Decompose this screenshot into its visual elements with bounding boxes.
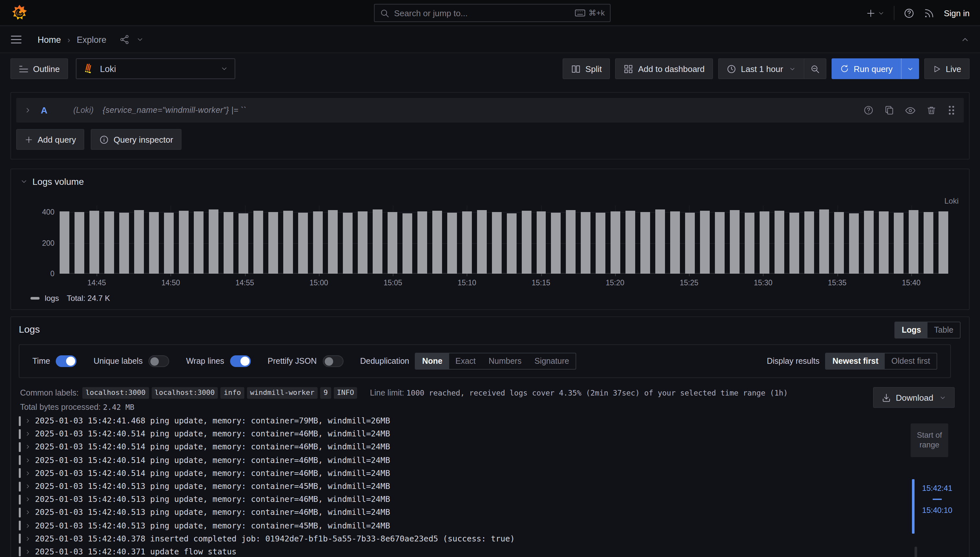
log-row[interactable]: 2025-01-03 15:42:40.371 update flow stat… [19, 545, 913, 557]
log-level-indicator [19, 442, 21, 452]
display-results-radio-group: Newest firstOldest first [826, 353, 937, 370]
log-row[interactable]: 2025-01-03 15:42:40.513 ping update, mem… [19, 506, 913, 519]
remove-query-trash-icon[interactable] [926, 105, 936, 116]
help-button[interactable] [904, 7, 915, 18]
timeline-range-bar [912, 479, 915, 534]
y-tick-label: 400 [42, 208, 54, 216]
log-row[interactable]: 2025-01-03 15:42:40.514 ping update, mem… [19, 441, 913, 454]
display-option-oldest-first[interactable]: Oldest first [885, 353, 937, 369]
mega-menu-button[interactable] [10, 35, 22, 44]
line-limit-label: Line limit: [370, 388, 404, 397]
query-ref-id[interactable]: A [41, 105, 47, 116]
log-row[interactable]: 2025-01-03 15:42:40.378 inserted complet… [19, 532, 913, 545]
chevron-down-icon [939, 394, 946, 401]
common-label-badge: INFO [333, 387, 357, 399]
timeline-oldest-time: 15:40:10 [918, 506, 956, 515]
dedup-option-numbers[interactable]: Numbers [482, 353, 528, 369]
duplicate-query-icon[interactable] [884, 105, 894, 116]
expand-row-chevron-icon[interactable] [24, 549, 31, 555]
volume-bar [939, 211, 948, 274]
view-option-logs[interactable]: Logs [895, 322, 928, 338]
toggle-switch[interactable] [56, 355, 77, 367]
display-option-newest-first[interactable]: Newest first [826, 353, 885, 369]
expand-row-chevron-icon[interactable] [24, 418, 31, 424]
disable-query-eye-icon[interactable] [905, 105, 916, 116]
logs-volume-header[interactable]: Logs volume [20, 176, 84, 187]
x-tick-mark [837, 274, 838, 276]
legend-series-name[interactable]: logs [45, 294, 59, 303]
dedup-option-signature[interactable]: Signature [528, 353, 575, 369]
volume-bar [149, 212, 159, 274]
expand-row-chevron-icon[interactable] [24, 496, 31, 503]
expand-row-chevron-icon[interactable] [24, 522, 31, 529]
chevron-right-icon[interactable] [24, 106, 32, 114]
x-tick-mark [467, 274, 468, 276]
expand-row-chevron-icon[interactable] [24, 431, 31, 437]
log-row[interactable]: 2025-01-03 15:42:41.468 ping update, mem… [19, 414, 913, 427]
expand-row-chevron-icon[interactable] [24, 509, 31, 516]
expand-row-chevron-icon[interactable] [24, 483, 31, 490]
download-button[interactable]: Download [873, 387, 955, 408]
breadcrumb-explore[interactable]: Explore [77, 35, 107, 44]
loki-logo-icon [83, 63, 94, 75]
timeline-scrollbar[interactable] [915, 547, 917, 557]
log-rows-list: 2025-01-03 15:42:41.468 ping update, mem… [19, 414, 913, 557]
query-help-icon[interactable] [863, 105, 874, 116]
drag-handle-icon[interactable] [947, 105, 956, 116]
new-menu-button[interactable] [866, 8, 885, 18]
global-search[interactable]: ⌘+k [374, 4, 611, 22]
log-row[interactable]: 2025-01-03 15:42:40.514 ping update, mem… [19, 427, 913, 440]
view-option-table[interactable]: Table [928, 322, 960, 338]
news-button[interactable] [924, 7, 935, 18]
live-button[interactable]: Live [924, 59, 970, 79]
share-shortlink-button[interactable] [119, 34, 130, 45]
volume-bar [313, 212, 322, 274]
expand-row-chevron-icon[interactable] [24, 470, 31, 477]
run-query-options-button[interactable] [901, 59, 919, 79]
log-row[interactable]: 2025-01-03 15:42:40.514 ping update, mem… [19, 467, 913, 480]
log-level-indicator [19, 455, 21, 465]
datasource-picker[interactable]: Loki [76, 59, 235, 79]
volume-bar [209, 209, 218, 274]
add-query-button[interactable]: Add query [16, 129, 85, 150]
log-line-text: 2025-01-03 15:42:41.468 ping update, mem… [35, 416, 390, 425]
toggle-switch[interactable] [322, 355, 343, 367]
search-input[interactable] [394, 8, 570, 18]
breadcrumb-home[interactable]: Home [37, 35, 61, 44]
logs-volume-chart[interactable]: 0200400 14:4514:5014:5515:0015:0515:1015… [60, 205, 948, 274]
total-bytes-value: 2.42 MB [103, 403, 135, 412]
logs-navigation-timeline[interactable]: 15:42:41 15:40:10 [912, 479, 957, 534]
log-line-text: 2025-01-03 15:42:40.514 ping update, mem… [35, 456, 390, 464]
toggle-switch[interactable] [230, 355, 251, 367]
log-row[interactable]: 2025-01-03 15:42:40.514 ping update, mem… [19, 454, 913, 467]
log-row[interactable]: 2025-01-03 15:42:40.513 ping update, mem… [19, 493, 913, 506]
log-level-indicator [19, 416, 21, 426]
dedup-option-none[interactable]: None [416, 353, 449, 369]
run-query-button[interactable]: Run query [832, 59, 901, 79]
toggle-switch[interactable] [148, 355, 169, 367]
expand-row-chevron-icon[interactable] [24, 457, 31, 463]
add-to-dashboard-button[interactable]: Add to dashboard [616, 59, 713, 79]
common-label-badge: windmill-worker [247, 387, 318, 399]
sign-in-button[interactable]: Sign in [944, 8, 970, 18]
dedup-option-exact[interactable]: Exact [449, 353, 482, 369]
query-inspector-button[interactable]: Query inspector [91, 129, 182, 150]
volume-bar [879, 212, 889, 274]
outline-button[interactable]: Outline [10, 59, 68, 79]
volume-bar [194, 212, 203, 274]
log-row[interactable]: 2025-01-03 15:42:40.513 ping update, mem… [19, 480, 913, 493]
dedup-control: Deduplication NoneExactNumbersSignature [360, 353, 576, 370]
share-options-button[interactable] [136, 36, 144, 44]
grafana-logo-icon[interactable] [10, 3, 29, 22]
expand-row-chevron-icon[interactable] [24, 536, 31, 542]
time-range-picker[interactable]: Last 1 hour [718, 59, 804, 79]
logs-meta-row-2: Total bytes processed: 2.42 MB [20, 400, 872, 414]
log-line-text: 2025-01-03 15:42:40.371 update flow stat… [35, 547, 237, 556]
query-expression[interactable]: {service_name="windmill-worker"} |= `` [103, 106, 247, 115]
log-row[interactable]: 2025-01-03 15:42:40.513 ping update, mem… [19, 519, 913, 532]
collapse-controls-button[interactable] [960, 35, 970, 44]
zoom-out-time-button[interactable] [804, 59, 826, 79]
start-of-range-button[interactable]: Start of range [911, 423, 948, 457]
split-button[interactable]: Split [562, 59, 610, 79]
expand-row-chevron-icon[interactable] [24, 444, 31, 450]
